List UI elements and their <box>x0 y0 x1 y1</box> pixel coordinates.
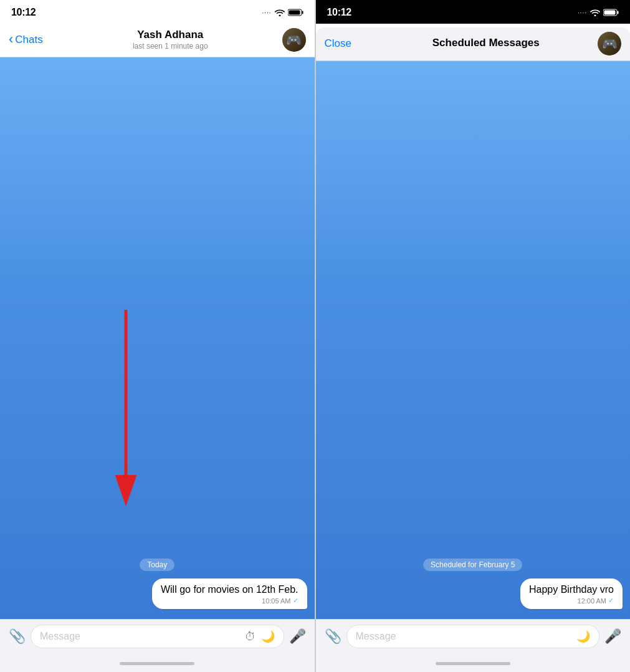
nav-back-left[interactable]: ‹ Chats <box>9 33 59 46</box>
svg-rect-6 <box>618 11 619 14</box>
home-indicator-right <box>316 655 631 672</box>
chat-contact-status: last seen 1 minute ago <box>133 42 208 50</box>
svg-rect-7 <box>604 11 616 15</box>
status-icons-left: ···· <box>262 9 303 16</box>
message-text-left: Will go for movies on 12th Feb. <box>161 584 298 595</box>
signal-dots-icon: ···· <box>262 9 271 16</box>
status-time-right: 10:12 <box>327 7 351 18</box>
svg-rect-2 <box>289 11 300 15</box>
modal-title: Scheduled Messages <box>432 37 540 49</box>
scheduled-messages-modal: Close Scheduled Messages Scheduled for F… <box>316 27 631 672</box>
moon-icon-right[interactable]: 🌙 <box>576 630 590 643</box>
message-time-right: 12:00 AM <box>578 597 606 605</box>
input-icons-left: ⏱ 🌙 <box>245 630 275 643</box>
modal-nav-bar: Close Scheduled Messages <box>316 27 631 61</box>
message-meta-right: 12:00 AM ✓ <box>529 597 614 605</box>
moon-icon-left[interactable]: 🌙 <box>261 630 275 643</box>
annotation-arrow <box>110 310 141 509</box>
wifi-icon-right <box>590 9 600 16</box>
message-input-left[interactable]: Message ⏱ 🌙 <box>31 625 284 648</box>
home-bar-right <box>436 662 510 665</box>
contact-avatar-left[interactable] <box>282 28 306 52</box>
input-bar-left: 📎 Message ⏱ 🌙 🎤 <box>0 619 315 655</box>
message-text-right: Happy Birthday vro <box>529 584 614 595</box>
nav-bar-left: ‹ Chats Yash Adhana last seen 1 minute a… <box>0 24 315 57</box>
battery-icon <box>288 9 303 16</box>
attach-button-left[interactable]: 📎 <box>9 628 26 645</box>
message-bubble-left[interactable]: Will go for movies on 12th Feb. 10:05 AM… <box>152 578 307 609</box>
left-phone: 10:12 ···· ‹ Chats Yash Adhana last seen… <box>0 0 315 672</box>
battery-icon-right <box>603 9 619 16</box>
message-input-right[interactable]: Message 🌙 <box>346 625 600 648</box>
attach-button-right[interactable]: 📎 <box>325 628 341 645</box>
voice-button-left[interactable]: 🎤 <box>289 628 306 645</box>
input-placeholder-right: Message <box>356 631 396 642</box>
message-bubble-right[interactable]: Happy Birthday vro 12:00 AM ✓ <box>520 578 623 609</box>
nav-center-left: Yash Adhana last seen 1 minute ago <box>59 29 282 50</box>
contact-avatar-right[interactable] <box>598 32 621 55</box>
right-phone: 10:12 ···· Close Scheduled Messages <box>315 0 631 672</box>
home-indicator-left <box>0 655 315 672</box>
scheduled-badge: Scheduled for February 5 <box>423 559 522 571</box>
message-check-right: ✓ <box>608 597 614 605</box>
status-bar-left: 10:12 ···· <box>0 0 315 24</box>
wifi-icon <box>275 9 285 16</box>
messages-container-right: Scheduled for February 5 Happy Birthday … <box>316 559 631 613</box>
chats-back-label[interactable]: Chats <box>15 34 42 46</box>
chat-contact-name: Yash Adhana <box>137 29 203 41</box>
status-bar-right: 10:12 ···· <box>316 0 631 24</box>
message-time-left: 10:05 AM <box>262 597 290 605</box>
date-badge-left: Today <box>140 559 174 571</box>
svg-rect-1 <box>302 11 303 14</box>
chat-area-right: Scheduled for February 5 Happy Birthday … <box>316 61 631 619</box>
status-icons-right: ···· <box>578 9 619 16</box>
input-icons-right: 🌙 <box>576 630 590 643</box>
message-meta-left: 10:05 AM ✓ <box>161 597 298 605</box>
modal-nav-center: Scheduled Messages <box>375 37 598 49</box>
input-bar-right: 📎 Message 🌙 🎤 <box>316 619 631 655</box>
voice-button-right[interactable]: 🎤 <box>604 628 621 645</box>
signal-dots-icon-right: ···· <box>578 9 587 16</box>
back-chevron-icon: ‹ <box>9 32 13 46</box>
chat-area-left: Today Will go for movies on 12th Feb. 10… <box>0 57 315 619</box>
schedule-clock-icon[interactable]: ⏱ <box>245 630 256 643</box>
message-check-left: ✓ <box>293 597 298 605</box>
home-bar-left <box>120 662 194 665</box>
input-placeholder-left: Message <box>40 631 80 642</box>
status-time-left: 10:12 <box>11 7 36 18</box>
modal-close-left[interactable]: Close <box>325 37 375 50</box>
messages-container-left: Today Will go for movies on 12th Feb. 10… <box>0 559 315 613</box>
close-label[interactable]: Close <box>325 37 351 50</box>
